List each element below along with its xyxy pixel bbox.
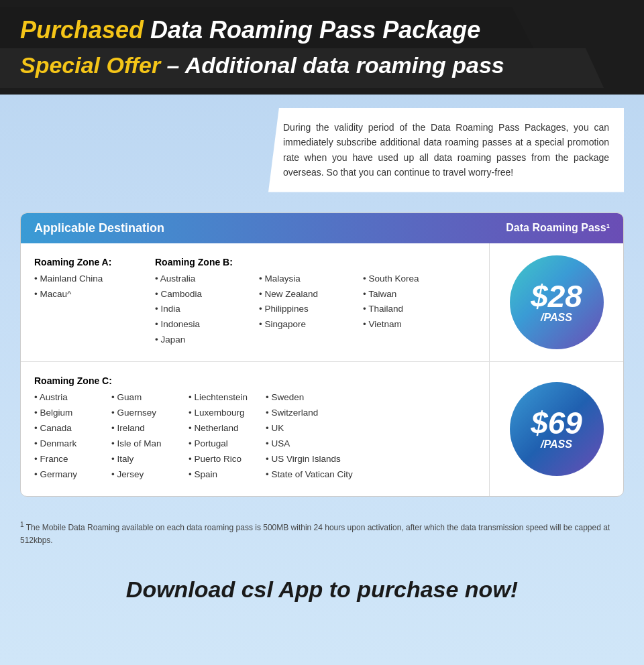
list-item: UK — [266, 421, 353, 436]
zone-c-layout: Austria Belgium Canada Denmark France Ge… — [34, 390, 476, 483]
list-item: Canada — [34, 421, 101, 436]
list-item: Thailand — [363, 302, 443, 317]
title-line1-rest: Data Roaming Pass Package — [144, 16, 480, 44]
zone-c-row: Roaming Zone C: Austria Belgium Canada D… — [21, 362, 623, 496]
zone-a-countries: Mainland China Macau^ — [34, 271, 142, 302]
zone-c-list1: Austria Belgium Canada Denmark France Ge… — [34, 390, 101, 483]
list-item: Guam — [111, 390, 178, 406]
zone-c-content: Roaming Zone C: Austria Belgium Canada D… — [21, 362, 489, 496]
zone-c-price: $69 /PASS — [489, 362, 623, 496]
zone-c-col4: Sweden Switzerland UK USA US Virgin Isla… — [266, 390, 353, 483]
zone-b-col2: Malaysia New Zealand Philippines Singapo… — [259, 271, 339, 349]
zone-c-label: Roaming Zone C: — [34, 375, 476, 386]
title-line2-rest: – Additional data roaming pass — [160, 52, 504, 78]
list-item: India — [155, 302, 235, 317]
list-item: Spain — [189, 467, 256, 483]
list-item: Luxembourg — [189, 406, 256, 421]
list-item: France — [34, 452, 101, 467]
header-row-1: Purchased Data Roaming Pass Package — [0, 7, 550, 48]
list-item: Sweden — [266, 390, 353, 406]
header-row-2: Special Offer – Additional data roaming … — [0, 48, 604, 88]
footnote-superscript: 1 — [20, 521, 24, 528]
list-item: Australia — [155, 271, 235, 287]
zone-c-list2: Guam Guernsey Ireland Isle of Man Italy … — [111, 390, 178, 483]
list-item: Indonesia — [155, 317, 235, 332]
zone-b-col3: South Korea Taiwan Thailand Vietnam — [363, 271, 443, 349]
zone-c-col1: Austria Belgium Canada Denmark France Ge… — [34, 390, 101, 483]
price-69-amount: $69 — [531, 408, 582, 438]
list-item: Macau^ — [34, 287, 142, 302]
price-28-pass: /PASS — [541, 312, 572, 324]
list-item: Taiwan — [363, 287, 443, 302]
description-box: During the validity period of the Data R… — [268, 108, 624, 192]
list-item: Belgium — [34, 406, 101, 421]
list-item: New Zealand — [259, 287, 339, 302]
list-item: State of Vatican City — [266, 467, 353, 483]
zone-a: Roaming Zone A: Mainland China Macau^ — [34, 257, 142, 349]
list-item: Switzerland — [266, 406, 353, 421]
table-header: Applicable Destination Data Roaming Pass… — [21, 213, 623, 243]
zone-ab-content: Roaming Zone A: Mainland China Macau^ Ro… — [21, 243, 489, 362]
cta-section: Download csl App to purchase now! — [0, 556, 644, 623]
table-header-destination: Applicable Destination — [34, 221, 164, 235]
list-item: South Korea — [363, 271, 443, 287]
price-28-amount: $28 — [531, 281, 582, 312]
cta-text: Download csl App to purchase now! — [13, 577, 631, 603]
list-item: Ireland — [111, 421, 178, 436]
list-item: Jersey — [111, 467, 178, 483]
list-item: Netherland — [189, 421, 256, 436]
zone-a-label: Roaming Zone A: — [34, 257, 142, 267]
list-item: Guernsey — [111, 406, 178, 421]
list-item: USA — [266, 436, 353, 452]
list-item: Austria — [34, 390, 101, 406]
list-item: Singapore — [259, 317, 339, 332]
zone-c-col2: Guam Guernsey Ireland Isle of Man Italy … — [111, 390, 178, 483]
list-item: US Virgin Islands — [266, 452, 353, 467]
list-item: Liechtenstein — [189, 390, 256, 406]
list-item: Portugal — [189, 436, 256, 452]
price-circle-69: $69 /PASS — [510, 382, 604, 476]
description-section: During the validity period of the Data R… — [0, 95, 644, 206]
table-header-pass: Data Roaming Pass¹ — [506, 222, 610, 234]
zone-ab-price: $28 /PASS — [489, 243, 623, 362]
list-item: Vietnam — [363, 317, 443, 332]
zone-b-col1: Australia Cambodia India Indonesia Japan — [155, 271, 235, 349]
footnote-section: 1 The Mobile Data Roaming available on e… — [0, 510, 644, 556]
zone-c-list4: Sweden Switzerland UK USA US Virgin Isla… — [266, 390, 353, 483]
list-item: Japan — [155, 332, 235, 348]
zone-b-list2: Malaysia New Zealand Philippines Singapo… — [259, 271, 339, 333]
list-item: Denmark — [34, 436, 101, 452]
zone-ab-row: Roaming Zone A: Mainland China Macau^ Ro… — [21, 243, 623, 363]
zone-c-list3: Liechtenstein Luxembourg Netherland Port… — [189, 390, 256, 483]
main-table: Applicable Destination Data Roaming Pass… — [20, 213, 624, 497]
list-item: Italy — [111, 452, 178, 467]
list-item: Philippines — [259, 302, 339, 317]
list-item: Cambodia — [155, 287, 235, 302]
price-69-pass: /PASS — [541, 438, 572, 450]
list-item: Germany — [34, 467, 101, 483]
list-item: Mainland China — [34, 271, 142, 287]
zone-b-list3: South Korea Taiwan Thailand Vietnam — [363, 271, 443, 333]
price-circle-28: $28 /PASS — [510, 255, 604, 349]
zone-ab-layout: Roaming Zone A: Mainland China Macau^ Ro… — [34, 257, 476, 349]
zone-b-list1: Australia Cambodia India Indonesia Japan — [155, 271, 235, 349]
zone-b: Roaming Zone B: Australia Cambodia India… — [155, 257, 443, 349]
zone-b-label: Roaming Zone B: — [155, 257, 443, 267]
title-special: Special Offer — [20, 52, 160, 78]
zone-c-col3: Liechtenstein Luxembourg Netherland Port… — [189, 390, 256, 483]
title-purchased: Purchased — [20, 16, 144, 44]
list-item: Puerto Rico — [189, 452, 256, 467]
header-block: Purchased Data Roaming Pass Package Spec… — [0, 0, 644, 95]
list-item: Isle of Man — [111, 436, 178, 452]
footnote-text: The Mobile Data Roaming available on eac… — [20, 523, 610, 545]
description-text: During the validity period of the Data R… — [283, 122, 609, 178]
list-item: Malaysia — [259, 271, 339, 287]
